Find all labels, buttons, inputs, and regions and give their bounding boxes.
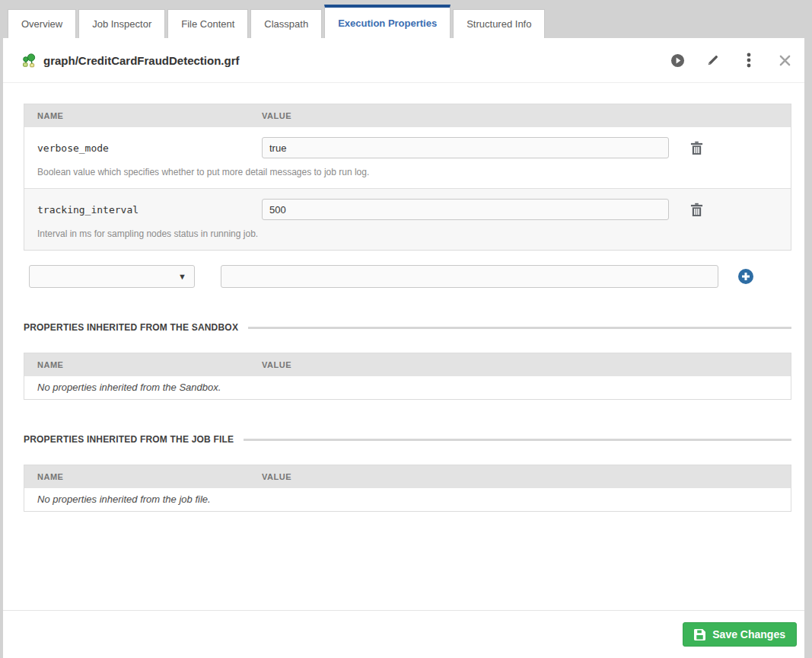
property-name: tracking_interval (24, 204, 262, 216)
panel-header: graph/CreditCardFraudDetection.grf (3, 38, 804, 83)
property-name: verbose_mode (24, 142, 262, 154)
empty-message: No properties inherited from the job fil… (24, 488, 791, 511)
new-property-name-dropdown[interactable]: ▼ (29, 265, 195, 288)
footer-bar: Save Changes (3, 610, 804, 658)
table-header: NAME VALUE (24, 104, 791, 127)
execution-properties-panel: graph/CreditCardFraudDetection.grf (3, 38, 804, 658)
property-value-input[interactable] (262, 199, 669, 220)
table-row: tracking_interval Interval in ms f (24, 188, 791, 250)
tab-job-inspector[interactable]: Job Inspector (78, 9, 165, 38)
run-play-button[interactable] (670, 53, 685, 68)
save-changes-button[interactable]: Save Changes (683, 622, 797, 647)
execution-properties-table: NAME VALUE verbose_mode (24, 104, 791, 251)
table-header: NAME VALUE (24, 353, 791, 376)
table-header: NAME VALUE (24, 465, 791, 488)
edit-pencil-button[interactable] (705, 53, 721, 68)
empty-message: No properties inherited from the Sandbox… (24, 376, 791, 399)
column-header-value: VALUE (262, 360, 791, 369)
table-row: verbose_mode Boolean value which s (24, 127, 791, 188)
tab-structured-info[interactable]: Structured Info (453, 9, 545, 38)
delete-property-icon[interactable] (689, 202, 704, 217)
sandbox-section-heading: PROPERTIES INHERITED FROM THE SANDBOX (24, 322, 791, 333)
property-description: Interval in ms for sampling nodes status… (37, 228, 791, 239)
header-actions (670, 53, 792, 68)
tab-classpath[interactable]: Classpath (250, 9, 322, 38)
new-property-value-input[interactable] (221, 265, 718, 288)
column-header-name: NAME (24, 111, 262, 120)
column-header-name: NAME (24, 472, 262, 481)
jobfile-properties-table: NAME VALUE No properties inherited from … (24, 465, 791, 512)
column-header-name: NAME (24, 360, 262, 369)
kebab-menu-button[interactable] (741, 53, 756, 68)
section-title: PROPERTIES INHERITED FROM THE SANDBOX (24, 322, 238, 333)
tab-overview[interactable]: Overview (8, 9, 76, 38)
heading-rule (244, 439, 791, 441)
add-property-button[interactable] (738, 269, 753, 284)
tab-file-content[interactable]: File Content (167, 9, 248, 38)
column-header-value: VALUE (262, 472, 791, 481)
chevron-down-icon: ▼ (178, 273, 186, 281)
jobfile-section-heading: PROPERTIES INHERITED FROM THE JOB FILE (24, 434, 791, 445)
content-area: NAME VALUE verbose_mode (3, 83, 804, 512)
close-icon[interactable] (777, 53, 792, 68)
save-icon (694, 629, 705, 640)
property-description: Boolean value which specifies whether to… (37, 167, 791, 177)
save-button-label: Save Changes (712, 628, 785, 640)
sandbox-properties-table: NAME VALUE No properties inherited from … (24, 353, 791, 400)
page-title: graph/CreditCardFraudDetection.grf (43, 54, 240, 67)
add-property-row: ▼ (24, 265, 791, 288)
tab-bar: Overview Job Inspector File Content Clas… (3, 0, 804, 38)
property-value-input[interactable] (262, 137, 669, 158)
heading-rule (248, 327, 791, 329)
delete-property-icon[interactable] (689, 140, 704, 155)
column-header-value: VALUE (262, 111, 791, 120)
section-title: PROPERTIES INHERITED FROM THE JOB FILE (24, 434, 234, 445)
graph-file-icon (21, 53, 37, 68)
tab-execution-properties[interactable]: Execution Properties (324, 5, 451, 38)
